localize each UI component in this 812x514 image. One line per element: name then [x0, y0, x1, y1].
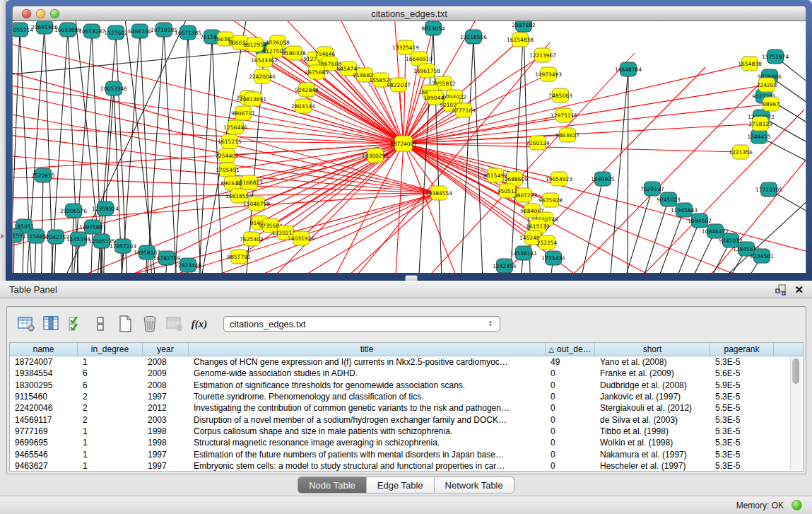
graph-node[interactable]: 224203	[757, 78, 777, 92]
graph-node[interactable]: 1733426	[541, 251, 565, 265]
graph-node[interactable]: 10973493	[535, 67, 562, 81]
scrollbar-thumb[interactable]	[792, 358, 799, 384]
graph-node[interactable]: 10653287	[78, 24, 105, 38]
graph-edge[interactable]	[13, 144, 404, 170]
column-header-in_degree[interactable]: in_degree	[78, 343, 143, 356]
graph-node[interactable]: 20206576	[60, 204, 87, 218]
table-row[interactable]: 946362711997Embryonic stem cells: a mode…	[10, 460, 803, 472]
graph-node[interactable]: 2160124	[526, 136, 550, 150]
graph-node[interactable]: 39159	[13, 228, 23, 243]
graph-node[interactable]: 12213967	[529, 48, 556, 62]
graph-edge[interactable]	[669, 221, 700, 273]
column-header-out_degree[interactable]: △out_de…	[546, 343, 595, 356]
graph-node[interactable]: 1242456	[493, 259, 517, 273]
graph-edge[interactable]	[116, 33, 128, 273]
graph-node[interactable]: 16648784	[615, 62, 642, 76]
column-visibility-icon[interactable]	[40, 314, 61, 334]
graph-node[interactable]: 20053346	[100, 81, 127, 95]
graph-node[interactable]: 2087682	[512, 21, 536, 32]
graph-node[interactable]: 17710305	[755, 182, 782, 197]
graph-node[interactable]: 9806717	[231, 106, 255, 120]
graph-node[interactable]: 1256446	[223, 120, 247, 134]
graph-edge[interactable]	[628, 69, 628, 273]
graph-edge[interactable]	[303, 106, 404, 144]
memory-status-indicator[interactable]	[792, 500, 802, 510]
graph-edge[interactable]	[404, 144, 495, 175]
graph-edge[interactable]	[404, 124, 760, 144]
graph-node[interactable]: 252254	[537, 235, 558, 250]
graph-node[interactable]: 8813054	[421, 21, 445, 35]
graph-edge[interactable]	[41, 175, 43, 273]
graph-node[interactable]: 1640925	[591, 172, 615, 186]
table-row[interactable]: 1938455462009Genome-wide association stu…	[10, 368, 803, 379]
table-settings-icon[interactable]	[16, 314, 37, 334]
tab-node-table[interactable]: Node Table	[298, 477, 366, 493]
column-header-name[interactable]: name	[10, 343, 78, 356]
column-header-short[interactable]: short	[595, 343, 710, 356]
table-row[interactable]: 911546021997Tourette syndrome. Phenomeno…	[10, 391, 803, 402]
select-columns-icon[interactable]	[65, 314, 86, 334]
table-row[interactable]: 1456911722003Disruption of a novel membe…	[10, 414, 803, 425]
table-row[interactable]: 1872400712008Changes of HCN gene express…	[10, 356, 803, 368]
graph-edge[interactable]	[13, 127, 404, 144]
function-builder-icon[interactable]: f(x)	[189, 314, 210, 334]
column-header-pagerank[interactable]: pagerank	[710, 343, 774, 356]
row-options-icon[interactable]	[90, 314, 111, 334]
graph-edge[interactable]	[188, 33, 202, 273]
graph-node[interactable]: 12975115	[551, 108, 577, 122]
network-window-titlebar[interactable]: citations_edges.txt	[12, 6, 806, 21]
graph-node[interactable]: 7485063	[548, 88, 572, 103]
tab-network-table[interactable]: Network Table	[434, 477, 514, 493]
graph-node[interactable]: 98967	[763, 97, 779, 111]
graph-node[interactable]: 24055714	[13, 23, 33, 37]
graph-node[interactable]: 19654923	[546, 172, 572, 186]
graph-node[interactable]: 15751874	[762, 49, 789, 64]
table-vertical-scrollbar[interactable]	[790, 356, 801, 469]
graph-edge[interactable]	[404, 144, 606, 273]
table-row[interactable]: 1830029562008Estimation of significance …	[10, 380, 803, 391]
new-column-icon[interactable]	[114, 314, 136, 334]
table-row[interactable]: 969969511998Structural magnetic resonanc…	[10, 437, 803, 448]
graph-node[interactable]: 2520655	[31, 168, 55, 182]
float-panel-icon[interactable]	[775, 284, 787, 296]
graph-edge[interactable]	[198, 37, 212, 273]
graph-node[interactable]: 6466160	[128, 24, 152, 38]
graph-node[interactable]: 19218506	[460, 30, 487, 44]
graph-node[interactable]: 1654838	[738, 57, 762, 71]
network-canvas[interactable]: 1872400719384554183002952405571420691406…	[12, 21, 806, 273]
graph-node[interactable]: 12042757	[42, 230, 69, 244]
table-row[interactable]: 2242004622012Investigating the contribut…	[10, 402, 803, 414]
graph-edge[interactable]	[460, 37, 473, 273]
graph-edge[interactable]	[479, 67, 705, 273]
graph-edge[interactable]	[473, 37, 483, 273]
graph-node[interactable]: 1244415	[747, 129, 771, 144]
graph-edge[interactable]	[164, 30, 177, 273]
table-row[interactable]: 946554611997Estimation of the future num…	[10, 448, 803, 460]
graph-node[interactable]: 10719185	[151, 23, 177, 37]
tab-edge-table[interactable]: Edge Table	[366, 477, 434, 493]
graph-node[interactable]: 1221356	[729, 145, 753, 159]
graph-edge[interactable]	[253, 99, 404, 144]
graph-edge[interactable]	[651, 210, 684, 273]
graph-edge[interactable]	[146, 30, 164, 273]
graph-node[interactable]: 950512	[498, 184, 518, 198]
delete-column-icon[interactable]	[139, 314, 160, 334]
graph-edge[interactable]	[608, 69, 628, 273]
graph-edge[interactable]	[404, 144, 741, 152]
graph-node[interactable]: 1527602	[104, 25, 128, 40]
table-row[interactable]: 977716911998Corpus callosum shape and si…	[10, 426, 803, 437]
column-header-year[interactable]: year	[143, 343, 189, 356]
collapse-arrow-icon[interactable]	[1, 233, 4, 239]
graph-node[interactable]: 14136141	[510, 246, 537, 260]
graph-edge[interactable]	[324, 144, 404, 273]
graph-edge[interactable]	[394, 144, 404, 273]
column-header-title[interactable]: title	[189, 343, 546, 356]
graph-node[interactable]: 7254402	[215, 148, 239, 163]
graph-node[interactable]: 7629197	[640, 182, 664, 196]
graph-node[interactable]: 9463627	[555, 128, 579, 142]
graph-node[interactable]: 16154838	[507, 33, 534, 47]
close-panel-icon[interactable]: ✕	[794, 283, 804, 297]
table-selector-dropdown[interactable]: citations_edges.txt ▲▼	[223, 316, 500, 332]
graph-node[interactable]: 16671385	[175, 25, 201, 40]
import-table-icon[interactable]	[164, 314, 185, 334]
